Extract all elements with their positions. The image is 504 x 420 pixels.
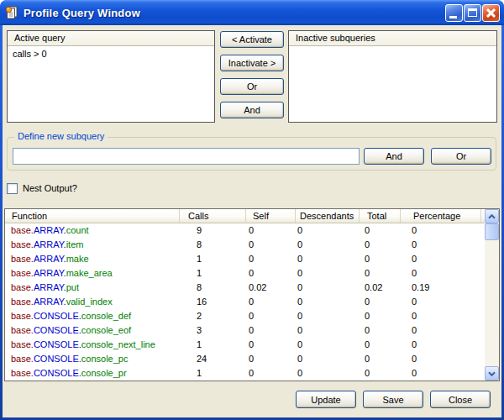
table-row[interactable]: base.ARRAY.make_area 1 0 0 0 0 [5,266,485,281]
define-subquery-label: Define new subquery [14,131,108,141]
total-cell: 0 [360,295,401,309]
function-cell: base.CONSOLE.console_eof [5,323,180,338]
percentage-cell: 0 [401,238,481,252]
total-cell: 0 [360,309,401,323]
chevron-down-icon [488,371,496,376]
percentage-cell: 0 [401,252,481,266]
table-row[interactable]: base.ARRAY.valid_index 16 0 0 0 0 [5,295,485,309]
function-package: base. [11,254,34,264]
function-class: ARRAY. [34,297,66,307]
define-subquery-group: Define new subquery And Or [7,137,496,171]
total-cell: 0 [360,352,401,366]
table-row[interactable]: base.CONSOLE.console_def 2 0 0 0 0 [5,309,485,323]
column-header-percentage[interactable]: Percentage [401,209,481,223]
function-package: base. [11,297,34,307]
self-cell: 0.02 [246,281,296,295]
percentage-cell: 0 [401,352,481,366]
percentage-cell: 0 [401,295,481,309]
function-cell: base.CONSOLE.console_def [5,309,180,323]
active-query-list[interactable]: calls > 0 [8,46,214,122]
column-header-function[interactable]: Function [5,209,180,223]
total-cell: 0 [360,252,401,266]
calls-cell: 16 [180,295,246,309]
subquery-or-button[interactable]: Or [431,148,491,165]
close-dialog-button[interactable]: Close [430,391,491,408]
table-row[interactable]: base.ARRAY.item 8 0 0 0 0 [5,238,485,252]
self-cell: 0 [246,266,296,281]
descendants-cell: 0 [296,266,360,281]
descendants-cell: 0 [296,295,360,309]
function-class: ARRAY. [34,239,66,249]
function-method: console_eof [81,325,131,335]
table-row[interactable]: base.ARRAY.count 9 0 0 0 0 [5,223,485,238]
percentage-cell: 0 [401,266,481,281]
chevron-up-icon [488,214,496,219]
and-button[interactable]: And [220,102,284,118]
table-row[interactable]: base.CONSOLE.console_pc 24 0 0 0 0 [5,352,485,366]
function-method: valid_index [66,297,113,307]
table-row[interactable]: base.CONSOLE.console_pr 1 0 0 0 0 [5,366,485,381]
update-button[interactable]: Update [296,391,356,408]
scroll-up-button[interactable] [485,209,499,223]
function-cell: base.ARRAY.make [5,252,180,266]
column-header-calls[interactable]: Calls [180,209,246,223]
calls-cell: 3 [180,323,246,338]
self-cell: 0 [246,295,296,309]
maximize-button[interactable] [464,4,481,22]
table-header: Function Calls Self Descendants Total Pe… [5,209,485,223]
save-button[interactable]: Save [363,391,423,408]
scroll-down-button[interactable] [485,366,499,381]
column-header-total[interactable]: Total [360,209,401,223]
function-method: count [66,225,89,235]
table-row[interactable]: base.CONSOLE.console_eof 3 0 0 0 0 [5,323,485,338]
self-cell: 0 [246,223,296,238]
function-method: console_pr [81,368,127,378]
function-cell: base.CONSOLE.console_pc [5,352,180,366]
maximize-icon [468,8,477,17]
descendants-cell: 0 [296,281,360,295]
percentage-cell: 0 [401,338,481,352]
minimize-button[interactable] [445,4,463,22]
subquery-input[interactable] [13,148,360,165]
percentage-cell: 0 [401,323,481,338]
descendants-cell: 0 [296,238,360,252]
function-cell: base.ARRAY.item [5,238,180,252]
close-button[interactable] [482,4,500,22]
activate-button[interactable]: < Activate [220,31,284,48]
active-query-item[interactable]: calls > 0 [8,46,214,59]
function-method: item [66,239,84,249]
nest-output-label: Nest Output? [23,183,77,194]
function-class: CONSOLE. [34,354,81,364]
table-row[interactable]: base.CONSOLE.console_next_line 1 0 0 0 0 [5,338,485,352]
self-cell: 0 [246,309,296,323]
inactive-subqueries-list[interactable] [289,46,496,122]
percentage-cell: 0.19 [401,281,481,295]
self-cell: 0 [246,238,296,252]
table-row[interactable]: base.ARRAY.put 8 0.02 0 0.02 0.19 [5,281,485,295]
total-cell: 0.02 [360,281,401,295]
function-class: CONSOLE. [34,311,81,321]
total-cell: 0 [360,338,401,352]
nest-output-checkbox[interactable] [7,183,18,194]
app-icon [5,6,18,19]
function-package: base. [11,339,34,349]
inactivate-button[interactable]: Inactivate > [220,55,284,71]
descendants-cell: 0 [296,366,360,381]
table-row[interactable]: base.ARRAY.make 1 0 0 0 0 [5,252,485,266]
total-cell: 0 [360,238,401,252]
function-class: ARRAY. [34,268,66,278]
function-class: CONSOLE. [34,368,81,378]
self-cell: 0 [246,366,296,381]
column-header-descendants[interactable]: Descendants [296,209,360,223]
self-cell: 0 [246,252,296,266]
subquery-and-button[interactable]: And [364,148,424,165]
function-class: CONSOLE. [34,339,81,349]
scroll-thumb[interactable] [485,223,499,240]
column-header-self[interactable]: Self [246,209,296,223]
function-class: ARRAY. [34,282,66,292]
table-scrollbar[interactable] [485,209,499,381]
or-button[interactable]: Or [220,78,284,95]
profile-query-window: Profile Query Window Active query calls … [0,0,504,420]
function-package: base. [11,354,34,364]
title-bar: Profile Query Window [0,0,504,25]
